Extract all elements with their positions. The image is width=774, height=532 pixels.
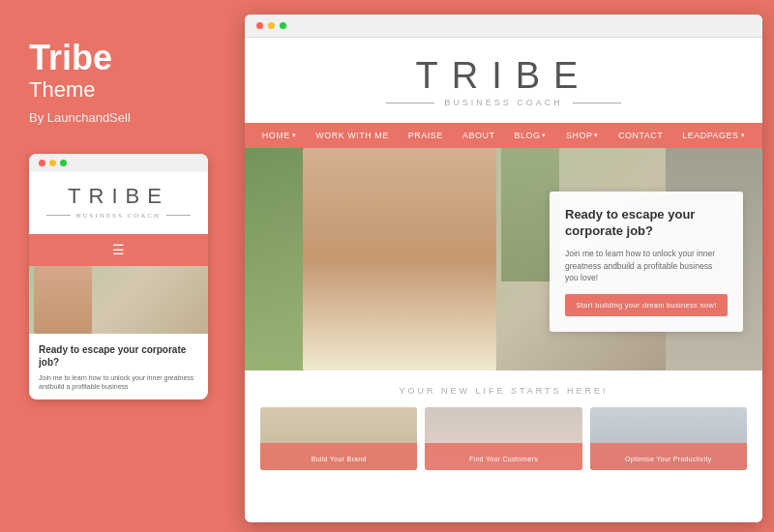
left-panel: Tribe Theme By LaunchandSell TRIBE BUSIN… (0, 0, 242, 532)
dot-yellow (49, 160, 56, 166)
mobile-logo-area: TRIBE BUSINESS COACH (29, 172, 208, 234)
hamburger-icon[interactable]: ☰ (112, 242, 125, 258)
divider-line-right (166, 215, 191, 216)
hero-cta-button[interactable]: Start building your dream business now! (565, 294, 728, 316)
card-img-1: Build Your Brand (260, 407, 417, 470)
browser-dot-red (256, 22, 263, 29)
desktop-divider-left (386, 103, 434, 103)
nav-leadpages[interactable]: LEADPAGES ▾ (672, 123, 755, 148)
nav-blog-arrow: ▾ (542, 132, 547, 139)
desktop-divider-right (573, 103, 621, 103)
hero-cta-box: Ready to escape your corporate job? Join… (550, 192, 743, 332)
hero-person (303, 148, 496, 370)
mobile-heading: Ready to escape your corporate job? (39, 343, 198, 369)
nav-leadpages-arrow: ▾ (741, 132, 746, 139)
section-label: YOUR NEW LIFE STARTS HERE! (260, 386, 747, 396)
nav-praise[interactable]: PRAISE (399, 123, 453, 148)
theme-title: Tribe (29, 39, 213, 77)
card-img-3: Optimise Your Productivity (590, 407, 747, 470)
nav-about[interactable]: ABOUT (453, 123, 505, 148)
bottom-section: YOUR NEW LIFE STARTS HERE! Build Your Br… (245, 370, 762, 480)
mobile-browser-bar (29, 154, 208, 172)
desktop-tagline: BUSINESS COACH (444, 98, 563, 107)
mobile-logo-divider: BUSINESS COACH (39, 212, 198, 220)
nav-blog[interactable]: BLOG ▾ (504, 123, 556, 148)
browser-dot-green (280, 22, 286, 29)
card-optimise-productivity[interactable]: Optimise Your Productivity (590, 407, 747, 470)
card-build-your-brand[interactable]: Build Your Brand (260, 407, 417, 470)
dot-red (39, 160, 45, 166)
hero-section: Ready to escape your corporate job? Join… (245, 148, 762, 370)
card-label-text-1: Build Your Brand (312, 456, 367, 462)
card-find-your-customers[interactable]: Find Your Customers (425, 407, 581, 470)
mobile-preview: TRIBE BUSINESS COACH ☰ Ready to escape y… (29, 154, 208, 400)
mobile-hero-image (29, 266, 208, 334)
card-label-bar-1: Build Your Brand (260, 443, 417, 470)
hero-cta-title: Ready to escape your corporate job? (565, 207, 728, 240)
nav-home[interactable]: HOME ▾ (253, 123, 307, 148)
card-label-bar-3: Optimise Your Productivity (590, 443, 747, 470)
desktop-header: TRIBE BUSINESS COACH (245, 38, 762, 123)
browser-chrome (245, 15, 762, 38)
dot-green (60, 160, 67, 166)
desktop-logo-divider: BUSINESS COACH (254, 98, 753, 107)
desktop-tribe-logo: TRIBE (254, 57, 753, 94)
mobile-hero-person (34, 266, 92, 334)
card-label-text-2: Find Your Customers (469, 456, 538, 462)
nav-work-with-me[interactable]: WORK WITH ME (306, 123, 399, 148)
divider-line-left (46, 215, 71, 216)
mobile-body-text: Join me to learn how to unlock your inne… (39, 373, 198, 393)
card-label-bar-2: Find Your Customers (425, 443, 581, 470)
by-line: By LaunchandSell (29, 110, 213, 125)
browser-window: TRIBE BUSINESS COACH HOME ▾ WORK WITH ME… (245, 15, 762, 522)
card-row: Build Your Brand Find Your Customers Opt… (260, 407, 747, 470)
mobile-tribe-logo: TRIBE (39, 184, 198, 209)
card-label-text-3: Optimise Your Productivity (625, 456, 712, 462)
desktop-nav: HOME ▾ WORK WITH ME PRAISE ABOUT BLOG ▾ … (245, 123, 762, 148)
theme-subtitle: Theme (29, 77, 213, 103)
nav-shop[interactable]: SHOP ▾ (556, 123, 609, 148)
card-img-2: Find Your Customers (425, 407, 581, 470)
nav-contact[interactable]: CONTACT (609, 123, 672, 148)
mobile-tagline: BUSINESS COACH (76, 212, 161, 220)
mobile-nav-bar: ☰ (29, 234, 208, 266)
hero-cta-text: Join me to learn how to unlock your inne… (565, 248, 728, 284)
nav-shop-arrow: ▾ (594, 132, 599, 139)
browser-dot-yellow (268, 22, 275, 29)
mobile-text-box: Ready to escape your corporate job? Join… (29, 334, 208, 400)
nav-home-arrow: ▾ (292, 132, 297, 139)
